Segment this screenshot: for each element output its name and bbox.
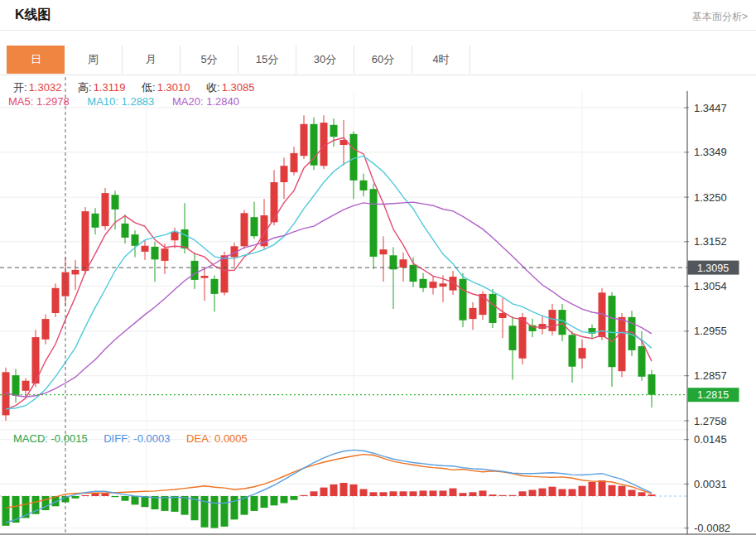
candle[interactable] bbox=[301, 124, 308, 156]
candle[interactable] bbox=[489, 294, 497, 323]
dea-value-readout: DEA: 0.0005 bbox=[186, 432, 248, 445]
candle[interactable] bbox=[450, 277, 457, 291]
candle[interactable] bbox=[609, 296, 616, 367]
candle[interactable] bbox=[42, 319, 50, 340]
macd-bar bbox=[181, 496, 189, 515]
macd-bar bbox=[638, 492, 646, 496]
candle[interactable] bbox=[251, 217, 258, 236]
period-tab-bar: 日 周 月 5分 15分 30分 60分 4时 bbox=[0, 46, 756, 75]
candle[interactable] bbox=[529, 325, 537, 331]
tab-4hour[interactable]: 4时 bbox=[412, 46, 470, 74]
tab-15min[interactable]: 15分 bbox=[238, 46, 296, 74]
candle[interactable] bbox=[102, 193, 109, 226]
candle[interactable] bbox=[171, 232, 179, 240]
macd-bar bbox=[539, 489, 547, 496]
candle[interactable] bbox=[579, 348, 586, 359]
macd-bar bbox=[171, 496, 179, 512]
candle[interactable] bbox=[132, 234, 139, 246]
widget-header: K线图 基本面分析> bbox=[0, 0, 756, 31]
candle[interactable] bbox=[181, 229, 189, 248]
price-axis-label: 1.3152 bbox=[694, 235, 727, 248]
candle[interactable] bbox=[291, 153, 298, 172]
candle[interactable] bbox=[22, 381, 30, 391]
macd-bar bbox=[350, 485, 358, 496]
svg-text:1.2815: 1.2815 bbox=[697, 389, 729, 401]
candle[interactable] bbox=[152, 247, 159, 259]
candle[interactable] bbox=[420, 279, 427, 288]
macd-bar bbox=[281, 496, 288, 504]
tab-60min[interactable]: 60分 bbox=[354, 46, 412, 74]
macd-axis-label: 0.0145 bbox=[694, 433, 727, 446]
candle[interactable] bbox=[569, 335, 576, 366]
macd-bar bbox=[380, 492, 388, 496]
macd-bar bbox=[519, 491, 527, 496]
candle[interactable] bbox=[360, 181, 368, 190]
candle[interactable] bbox=[638, 346, 646, 377]
candle[interactable] bbox=[122, 224, 129, 238]
ma20-line bbox=[6, 202, 652, 397]
ma-readout: MA5: 1.2978 MA10: 1.2883 MA20: 1.2840 bbox=[8, 95, 254, 108]
price-axis-label: 1.3447 bbox=[694, 102, 727, 114]
candle[interactable] bbox=[142, 246, 149, 252]
candle[interactable] bbox=[52, 288, 60, 313]
candle[interactable] bbox=[619, 317, 626, 371]
candle[interactable] bbox=[519, 317, 527, 359]
macd-bar bbox=[579, 486, 586, 496]
candle[interactable] bbox=[509, 325, 517, 350]
candle[interactable] bbox=[430, 282, 437, 288]
high-label: 高: bbox=[78, 80, 92, 95]
candle[interactable] bbox=[400, 259, 407, 268]
candle[interactable] bbox=[380, 249, 388, 254]
candle[interactable] bbox=[161, 248, 169, 261]
tab-day[interactable]: 日 bbox=[7, 46, 65, 74]
ma10-readout: MA10: 1.2883 bbox=[87, 95, 154, 108]
candle[interactable] bbox=[92, 214, 99, 228]
candle[interactable] bbox=[460, 279, 467, 321]
macd-bar bbox=[440, 490, 447, 496]
candle[interactable] bbox=[201, 276, 209, 278]
candle[interactable] bbox=[440, 283, 447, 287]
candle[interactable] bbox=[549, 310, 556, 331]
macd-bar bbox=[450, 489, 457, 496]
candle[interactable] bbox=[221, 255, 229, 292]
candle[interactable] bbox=[281, 166, 288, 182]
low-value: 1.3010 bbox=[157, 81, 190, 94]
candle[interactable] bbox=[330, 125, 338, 137]
macd-readout: MACD: -0.0015 DIFF: -0.0003 DEA: 0.0005 bbox=[13, 432, 261, 445]
candle[interactable] bbox=[311, 124, 318, 166]
ma5-line bbox=[6, 137, 652, 409]
tab-week[interactable]: 周 bbox=[65, 46, 123, 74]
macd-bar bbox=[549, 487, 556, 496]
price-axis-label: 1.2857 bbox=[694, 369, 727, 382]
macd-bar bbox=[142, 496, 149, 507]
macd-bar bbox=[509, 495, 517, 496]
candle[interactable] bbox=[191, 261, 199, 280]
macd-bar bbox=[628, 490, 636, 497]
macd-bar bbox=[291, 496, 298, 500]
macd-bar bbox=[360, 489, 368, 497]
dea-line bbox=[6, 455, 652, 509]
candle[interactable] bbox=[370, 189, 378, 257]
candle[interactable] bbox=[350, 134, 358, 181]
macd-bar bbox=[221, 496, 229, 527]
macd-bar bbox=[311, 491, 318, 496]
macd-bar bbox=[479, 490, 487, 496]
fundamental-analysis-link[interactable]: 基本面分析> bbox=[692, 10, 748, 24]
price-axis-label: 1.3054 bbox=[694, 280, 727, 292]
candle[interactable] bbox=[648, 374, 656, 395]
svg-text:1.3095: 1.3095 bbox=[697, 263, 729, 274]
ma20-readout: MA20: 1.2840 bbox=[172, 95, 239, 108]
macd-bar bbox=[648, 494, 656, 496]
candle[interactable] bbox=[112, 195, 119, 210]
candles[interactable] bbox=[2, 115, 656, 421]
tab-month[interactable]: 月 bbox=[123, 46, 181, 74]
candle[interactable] bbox=[211, 279, 219, 294]
tab-5min[interactable]: 5分 bbox=[181, 46, 238, 74]
tab-30min[interactable]: 30分 bbox=[296, 46, 354, 74]
candle[interactable] bbox=[72, 270, 79, 275]
candle[interactable] bbox=[12, 375, 20, 396]
candle[interactable] bbox=[241, 213, 248, 246]
candle[interactable] bbox=[469, 308, 477, 319]
candle[interactable] bbox=[82, 211, 89, 271]
candle[interactable] bbox=[271, 182, 278, 222]
